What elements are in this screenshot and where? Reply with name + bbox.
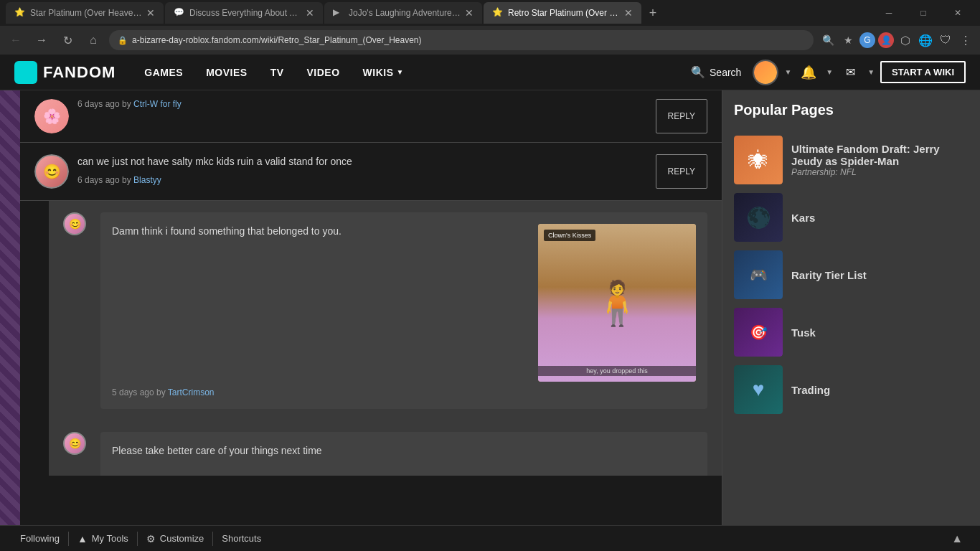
comment-2-reply[interactable]: REPLY — [656, 154, 707, 189]
popular-page-1-info: Ultimate Fandom Draft: Jerry Jeudy as Sp… — [791, 143, 969, 177]
mail-button[interactable]: ✉ — [839, 61, 862, 84]
user-avatar[interactable] — [753, 60, 778, 85]
comment-3-body: Damn think i found something that belong… — [112, 224, 696, 397]
lock-icon: 🔒 — [118, 36, 128, 45]
search-button[interactable]: 🔍 Search — [685, 60, 747, 85]
popular-page-5[interactable]: ♥ Trading — [734, 365, 969, 414]
comment-2-meta: 6 days ago by Blastyy — [77, 175, 647, 185]
collapse-button[interactable]: ▲ — [946, 532, 969, 545]
address-text: a-bizarre-day-roblox.fandom.com/wiki/Ret… — [132, 35, 805, 45]
popular-page-2[interactable]: 🌑 Kars — [734, 193, 969, 242]
tab-4[interactable]: ⭐ Retro Star Platinum (Over Heave... ✕ — [484, 2, 641, 24]
comment-3-username[interactable]: TartCrimson — [168, 387, 215, 397]
ext2-icon[interactable]: 👤 — [878, 32, 894, 48]
fandom-navbar: FANDOM GAMES MOVIES TV VIDEO WIKIS ▼ 🔍 S… — [0, 55, 980, 90]
start-wiki-button[interactable]: START A WIKI — [880, 61, 966, 83]
nav-games[interactable]: GAMES — [133, 55, 194, 90]
popular-page-2-info: Kars — [791, 212, 969, 224]
content-wrapper: 🌸 6 days ago by Ctrl-W for fly REPLY 😊 — [0, 90, 980, 525]
tab-4-favicon: ⭐ — [492, 7, 504, 19]
popular-page-5-info: Trading — [791, 384, 969, 396]
search-toolbar-icon[interactable]: 🔍 — [819, 32, 837, 49]
toolbar-right: ▲ — [946, 532, 969, 545]
bookmark-icon[interactable]: ★ — [839, 32, 857, 49]
popular-page-3-info: Rarity Tier List — [791, 269, 969, 281]
popular-page-1-name: Ultimate Fandom Draft: Jerry Jeudy as Sp… — [791, 143, 969, 167]
tab-4-close[interactable]: ✕ — [624, 7, 633, 19]
close-button[interactable]: ✕ — [941, 3, 974, 23]
search-label: Search — [710, 67, 741, 78]
tab-2-label: Discuss Everything About A Biza... — [189, 8, 301, 18]
avatar-dropdown[interactable]: ▼ — [784, 68, 791, 76]
shortcuts-button[interactable]: Shortcuts — [213, 526, 270, 552]
popular-page-4[interactable]: 🎯 Tusk — [734, 308, 969, 357]
comment-2-ago: 6 days ago — [77, 175, 120, 185]
ext6-icon[interactable]: ⋮ — [957, 32, 974, 49]
popular-page-4-info: Tusk — [791, 326, 969, 339]
tab-1-favicon: ⭐ — [14, 7, 26, 19]
tab-1-close[interactable]: ✕ — [146, 7, 155, 19]
ext3-icon[interactable]: ⬡ — [897, 32, 914, 49]
comment-2-body: can we just not have salty mkc kids ruin… — [77, 154, 647, 189]
comment-3-image: Clown's Kisses hey, you dropped this 🧍 — [538, 224, 696, 382]
right-sidebar: Popular Pages 🕷 Ultimate Fandom Draft: J… — [722, 90, 980, 525]
side-pattern — [0, 90, 20, 525]
notifications-bell[interactable]: 🔔 — [797, 61, 820, 84]
popular-page-5-name: Trading — [791, 384, 969, 396]
refresh-button[interactable]: ↻ — [57, 30, 77, 50]
popular-page-1[interactable]: 🕷 Ultimate Fandom Draft: Jerry Jeudy as … — [734, 136, 969, 184]
bell-dropdown[interactable]: ▼ — [826, 68, 833, 76]
fandom-logo[interactable]: FANDOM — [14, 61, 116, 84]
tab-2-close[interactable]: ✕ — [306, 7, 314, 19]
comment-4-container: 😊 Please take better care of your things… — [49, 420, 722, 476]
comments-wrapper[interactable]: 🌸 6 days ago by Ctrl-W for fly REPLY 😊 — [20, 90, 722, 525]
nav-movies[interactable]: MOVIES — [194, 55, 258, 90]
popular-page-3[interactable]: 🎮 Rarity Tier List — [734, 250, 969, 299]
nav-wikis[interactable]: WIKIS ▼ — [352, 55, 415, 90]
comment-2-username[interactable]: Blastyy — [133, 175, 161, 185]
ext5-icon[interactable]: 🛡 — [937, 32, 954, 49]
tab-3-close[interactable]: ✕ — [465, 7, 473, 19]
mail-dropdown[interactable]: ▼ — [867, 68, 875, 76]
minimize-button[interactable]: ─ — [872, 3, 905, 23]
nav-right: 🔍 Search ▼ 🔔 ▼ ✉ ▼ START A WIKI — [685, 60, 966, 85]
comment-1-username[interactable]: Ctrl-W for fly — [133, 99, 182, 109]
following-button[interactable]: Following — [11, 526, 68, 552]
comment-1: 🌸 6 days ago by Ctrl-W for fly REPLY — [20, 90, 722, 143]
comment-3-content: Damn think i found something that belong… — [112, 224, 696, 382]
tab-3-label: JoJo's Laughing Adventure - Yo... — [349, 8, 461, 18]
home-button[interactable]: ⌂ — [83, 30, 103, 50]
popular-pages-title: Popular Pages — [734, 102, 969, 124]
tab-3[interactable]: ▶ JoJo's Laughing Adventure - Yo... ✕ — [324, 2, 482, 24]
comment-1-body: 6 days ago by Ctrl-W for fly — [77, 99, 647, 133]
tab-1[interactable]: ⭐ Star Platinum (Over Heaven) | A ... ✕ — [6, 2, 164, 24]
my-tools-arrow: ▲ — [77, 533, 88, 545]
tab-2[interactable]: 💬 Discuss Everything About A Biza... ✕ — [165, 2, 323, 24]
comment-1-meta: 6 days ago by Ctrl-W for fly — [77, 99, 647, 109]
nav-video[interactable]: VIDEO — [296, 55, 352, 90]
nav-tv[interactable]: TV — [259, 55, 296, 90]
fandom-logo-icon — [14, 61, 37, 84]
bottom-toolbar: Following ▲ My Tools ⚙ Customize Shortcu… — [0, 525, 980, 551]
ext1-icon[interactable]: G — [859, 32, 875, 48]
popular-page-3-thumb: 🎮 — [734, 250, 783, 299]
popular-page-4-thumb: 🎯 — [734, 308, 783, 357]
comment-3-meta: 5 days ago by TartCrimson — [112, 387, 696, 397]
customize-button[interactable]: ⚙ Customize — [138, 526, 212, 552]
ext4-icon[interactable]: 🌐 — [917, 32, 934, 49]
maximize-button[interactable]: □ — [907, 3, 940, 23]
my-tools-button[interactable]: ▲ My Tools — [69, 526, 137, 552]
forward-button[interactable]: → — [32, 30, 52, 50]
address-box[interactable]: 🔒 a-bizarre-day-roblox.fandom.com/wiki/R… — [109, 30, 814, 50]
my-tools-label: My Tools — [92, 533, 128, 544]
trading-heart-icon: ♥ — [753, 378, 765, 401]
toolbar-icons: 🔍 ★ G 👤 ⬡ 🌐 🛡 ⋮ — [819, 32, 974, 49]
comment-4-text: Please take better care of your things n… — [112, 443, 322, 458]
comment-3-spacer: 😊 — [63, 212, 92, 409]
popular-page-4-name: Tusk — [791, 326, 969, 339]
new-tab-button[interactable]: + — [643, 3, 663, 23]
popular-page-1-thumb: 🕷 — [734, 136, 783, 184]
back-button[interactable]: ← — [6, 30, 26, 50]
comment-1-reply[interactable]: REPLY — [656, 99, 707, 133]
popular-page-2-thumb: 🌑 — [734, 193, 783, 242]
